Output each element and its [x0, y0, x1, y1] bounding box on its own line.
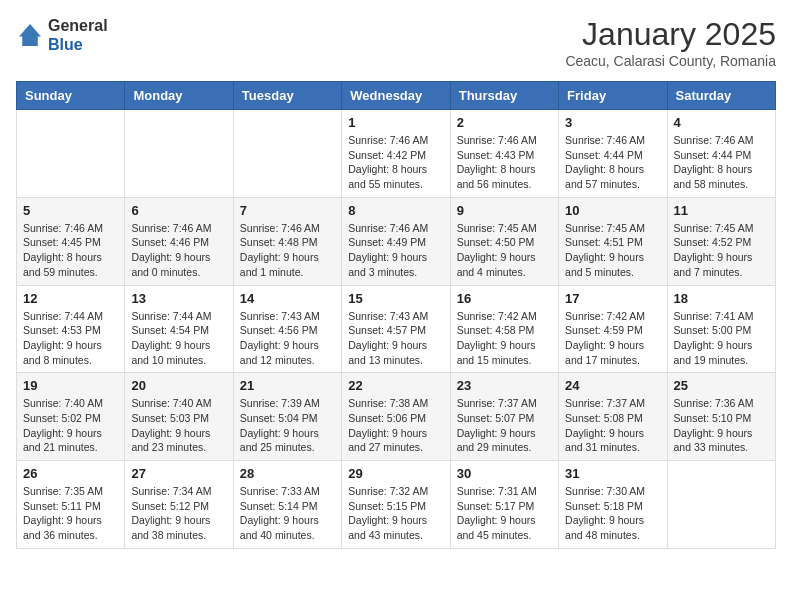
day-number: 2 — [457, 115, 552, 130]
day-info: Sunrise: 7:43 AM Sunset: 4:57 PM Dayligh… — [348, 309, 443, 368]
day-info: Sunrise: 7:46 AM Sunset: 4:45 PM Dayligh… — [23, 221, 118, 280]
calendar-day-cell: 1Sunrise: 7:46 AM Sunset: 4:42 PM Daylig… — [342, 110, 450, 198]
day-number: 19 — [23, 378, 118, 393]
calendar-day-cell: 21Sunrise: 7:39 AM Sunset: 5:04 PM Dayli… — [233, 373, 341, 461]
day-number: 29 — [348, 466, 443, 481]
calendar-day-cell: 15Sunrise: 7:43 AM Sunset: 4:57 PM Dayli… — [342, 285, 450, 373]
day-number: 4 — [674, 115, 769, 130]
calendar-day-cell: 3Sunrise: 7:46 AM Sunset: 4:44 PM Daylig… — [559, 110, 667, 198]
calendar-day-cell: 8Sunrise: 7:46 AM Sunset: 4:49 PM Daylig… — [342, 197, 450, 285]
day-of-week-header: Thursday — [450, 82, 558, 110]
day-number: 28 — [240, 466, 335, 481]
day-number: 6 — [131, 203, 226, 218]
day-info: Sunrise: 7:42 AM Sunset: 4:59 PM Dayligh… — [565, 309, 660, 368]
calendar-day-cell — [667, 461, 775, 549]
day-number: 24 — [565, 378, 660, 393]
svg-marker-0 — [19, 24, 41, 46]
day-info: Sunrise: 7:32 AM Sunset: 5:15 PM Dayligh… — [348, 484, 443, 543]
calendar-week-row: 5Sunrise: 7:46 AM Sunset: 4:45 PM Daylig… — [17, 197, 776, 285]
calendar-day-cell: 7Sunrise: 7:46 AM Sunset: 4:48 PM Daylig… — [233, 197, 341, 285]
day-info: Sunrise: 7:45 AM Sunset: 4:50 PM Dayligh… — [457, 221, 552, 280]
day-number: 21 — [240, 378, 335, 393]
calendar-day-cell — [125, 110, 233, 198]
calendar-day-cell: 11Sunrise: 7:45 AM Sunset: 4:52 PM Dayli… — [667, 197, 775, 285]
day-of-week-header: Sunday — [17, 82, 125, 110]
day-number: 25 — [674, 378, 769, 393]
calendar-day-cell: 2Sunrise: 7:46 AM Sunset: 4:43 PM Daylig… — [450, 110, 558, 198]
calendar-table: SundayMondayTuesdayWednesdayThursdayFrid… — [16, 81, 776, 549]
calendar-day-cell: 18Sunrise: 7:41 AM Sunset: 5:00 PM Dayli… — [667, 285, 775, 373]
day-number: 23 — [457, 378, 552, 393]
day-info: Sunrise: 7:46 AM Sunset: 4:44 PM Dayligh… — [674, 133, 769, 192]
calendar-day-cell: 13Sunrise: 7:44 AM Sunset: 4:54 PM Dayli… — [125, 285, 233, 373]
calendar-week-row: 1Sunrise: 7:46 AM Sunset: 4:42 PM Daylig… — [17, 110, 776, 198]
day-number: 15 — [348, 291, 443, 306]
day-of-week-header: Friday — [559, 82, 667, 110]
logo-text: General Blue — [48, 16, 108, 54]
calendar-day-cell: 24Sunrise: 7:37 AM Sunset: 5:08 PM Dayli… — [559, 373, 667, 461]
calendar-week-row: 12Sunrise: 7:44 AM Sunset: 4:53 PM Dayli… — [17, 285, 776, 373]
day-info: Sunrise: 7:37 AM Sunset: 5:08 PM Dayligh… — [565, 396, 660, 455]
day-info: Sunrise: 7:44 AM Sunset: 4:53 PM Dayligh… — [23, 309, 118, 368]
day-number: 16 — [457, 291, 552, 306]
calendar-day-cell: 10Sunrise: 7:45 AM Sunset: 4:51 PM Dayli… — [559, 197, 667, 285]
day-number: 30 — [457, 466, 552, 481]
day-info: Sunrise: 7:38 AM Sunset: 5:06 PM Dayligh… — [348, 396, 443, 455]
day-number: 7 — [240, 203, 335, 218]
day-info: Sunrise: 7:40 AM Sunset: 5:03 PM Dayligh… — [131, 396, 226, 455]
day-number: 27 — [131, 466, 226, 481]
day-number: 17 — [565, 291, 660, 306]
day-of-week-header: Tuesday — [233, 82, 341, 110]
day-info: Sunrise: 7:35 AM Sunset: 5:11 PM Dayligh… — [23, 484, 118, 543]
calendar-day-cell: 9Sunrise: 7:45 AM Sunset: 4:50 PM Daylig… — [450, 197, 558, 285]
day-info: Sunrise: 7:45 AM Sunset: 4:51 PM Dayligh… — [565, 221, 660, 280]
day-number: 3 — [565, 115, 660, 130]
day-number: 22 — [348, 378, 443, 393]
day-info: Sunrise: 7:44 AM Sunset: 4:54 PM Dayligh… — [131, 309, 226, 368]
location-text: Ceacu, Calarasi County, Romania — [565, 53, 776, 69]
day-number: 18 — [674, 291, 769, 306]
day-info: Sunrise: 7:34 AM Sunset: 5:12 PM Dayligh… — [131, 484, 226, 543]
day-info: Sunrise: 7:46 AM Sunset: 4:46 PM Dayligh… — [131, 221, 226, 280]
day-number: 20 — [131, 378, 226, 393]
day-info: Sunrise: 7:46 AM Sunset: 4:43 PM Dayligh… — [457, 133, 552, 192]
page-header: General Blue January 2025 Ceacu, Calaras… — [16, 16, 776, 69]
calendar-day-cell: 4Sunrise: 7:46 AM Sunset: 4:44 PM Daylig… — [667, 110, 775, 198]
calendar-day-cell: 17Sunrise: 7:42 AM Sunset: 4:59 PM Dayli… — [559, 285, 667, 373]
calendar-day-cell: 12Sunrise: 7:44 AM Sunset: 4:53 PM Dayli… — [17, 285, 125, 373]
day-info: Sunrise: 7:46 AM Sunset: 4:42 PM Dayligh… — [348, 133, 443, 192]
day-number: 1 — [348, 115, 443, 130]
day-number: 9 — [457, 203, 552, 218]
calendar-day-cell: 26Sunrise: 7:35 AM Sunset: 5:11 PM Dayli… — [17, 461, 125, 549]
day-info: Sunrise: 7:46 AM Sunset: 4:48 PM Dayligh… — [240, 221, 335, 280]
title-block: January 2025 Ceacu, Calarasi County, Rom… — [565, 16, 776, 69]
day-info: Sunrise: 7:31 AM Sunset: 5:17 PM Dayligh… — [457, 484, 552, 543]
day-info: Sunrise: 7:30 AM Sunset: 5:18 PM Dayligh… — [565, 484, 660, 543]
day-info: Sunrise: 7:39 AM Sunset: 5:04 PM Dayligh… — [240, 396, 335, 455]
day-info: Sunrise: 7:43 AM Sunset: 4:56 PM Dayligh… — [240, 309, 335, 368]
logo-general-text: General — [48, 16, 108, 35]
calendar-day-cell: 30Sunrise: 7:31 AM Sunset: 5:17 PM Dayli… — [450, 461, 558, 549]
calendar-week-row: 26Sunrise: 7:35 AM Sunset: 5:11 PM Dayli… — [17, 461, 776, 549]
month-title: January 2025 — [565, 16, 776, 53]
calendar-day-cell: 19Sunrise: 7:40 AM Sunset: 5:02 PM Dayli… — [17, 373, 125, 461]
day-number: 26 — [23, 466, 118, 481]
calendar-week-row: 19Sunrise: 7:40 AM Sunset: 5:02 PM Dayli… — [17, 373, 776, 461]
calendar-day-cell: 22Sunrise: 7:38 AM Sunset: 5:06 PM Dayli… — [342, 373, 450, 461]
calendar-day-cell — [17, 110, 125, 198]
calendar-day-cell: 31Sunrise: 7:30 AM Sunset: 5:18 PM Dayli… — [559, 461, 667, 549]
calendar-day-cell: 25Sunrise: 7:36 AM Sunset: 5:10 PM Dayli… — [667, 373, 775, 461]
calendar-day-cell: 28Sunrise: 7:33 AM Sunset: 5:14 PM Dayli… — [233, 461, 341, 549]
day-info: Sunrise: 7:41 AM Sunset: 5:00 PM Dayligh… — [674, 309, 769, 368]
day-info: Sunrise: 7:40 AM Sunset: 5:02 PM Dayligh… — [23, 396, 118, 455]
calendar-day-cell: 23Sunrise: 7:37 AM Sunset: 5:07 PM Dayli… — [450, 373, 558, 461]
day-number: 10 — [565, 203, 660, 218]
day-of-week-header: Monday — [125, 82, 233, 110]
day-number: 31 — [565, 466, 660, 481]
calendar-day-cell: 27Sunrise: 7:34 AM Sunset: 5:12 PM Dayli… — [125, 461, 233, 549]
calendar-day-cell: 29Sunrise: 7:32 AM Sunset: 5:15 PM Dayli… — [342, 461, 450, 549]
day-info: Sunrise: 7:33 AM Sunset: 5:14 PM Dayligh… — [240, 484, 335, 543]
day-info: Sunrise: 7:37 AM Sunset: 5:07 PM Dayligh… — [457, 396, 552, 455]
day-info: Sunrise: 7:42 AM Sunset: 4:58 PM Dayligh… — [457, 309, 552, 368]
day-info: Sunrise: 7:46 AM Sunset: 4:44 PM Dayligh… — [565, 133, 660, 192]
